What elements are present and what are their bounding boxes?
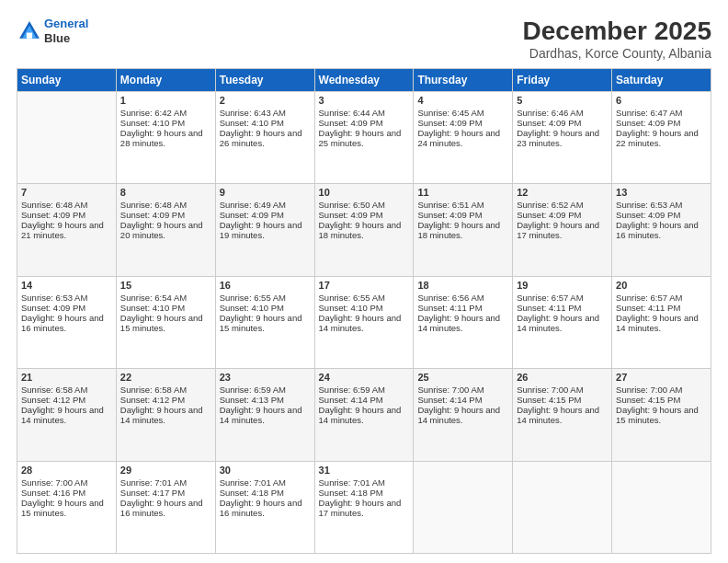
header: General Blue December 2025 Dardhas, Korc…: [17, 17, 711, 61]
sunrise-text: Sunrise: 7:01 AM: [220, 477, 286, 488]
calendar-week-row: 1 Sunrise: 6:42 AM Sunset: 4:10 PM Dayli…: [17, 92, 711, 184]
col-header-saturday: Saturday: [612, 69, 711, 92]
daylight-text: Daylight: 9 hours and 17 minutes.: [319, 498, 402, 518]
day-number: 22: [120, 372, 211, 383]
calendar-cell: 24 Sunrise: 6:59 AM Sunset: 4:14 PM Dayl…: [314, 369, 414, 461]
daylight-text: Daylight: 9 hours and 15 minutes.: [21, 498, 104, 518]
sunset-text: Sunset: 4:10 PM: [220, 118, 284, 128]
sunrise-text: Sunrise: 7:01 AM: [120, 477, 187, 488]
calendar-cell: 12 Sunrise: 6:52 AM Sunset: 4:09 PM Dayl…: [513, 184, 612, 276]
sunrise-text: Sunrise: 6:59 AM: [319, 385, 385, 395]
calendar-cell: 27 Sunrise: 7:00 AM Sunset: 4:15 PM Dayl…: [612, 369, 711, 461]
sunset-text: Sunset: 4:09 PM: [21, 210, 85, 220]
calendar-week-row: 14 Sunrise: 6:53 AM Sunset: 4:09 PM Dayl…: [17, 276, 711, 368]
day-number: 29: [120, 465, 211, 476]
sunrise-text: Sunrise: 6:53 AM: [21, 293, 87, 303]
calendar-cell: 30 Sunrise: 7:01 AM Sunset: 4:18 PM Dayl…: [215, 461, 314, 553]
sunrise-text: Sunrise: 6:56 AM: [417, 293, 483, 303]
sunrise-text: Sunrise: 6:57 AM: [517, 293, 583, 303]
sunset-text: Sunset: 4:09 PM: [616, 118, 680, 128]
sunrise-text: Sunrise: 7:00 AM: [417, 385, 483, 395]
calendar-cell: 14 Sunrise: 6:53 AM Sunset: 4:09 PM Dayl…: [17, 276, 117, 368]
daylight-text: Daylight: 9 hours and 14 minutes.: [220, 405, 302, 425]
sunset-text: Sunset: 4:09 PM: [319, 118, 383, 128]
day-number: 19: [517, 280, 608, 291]
day-number: 26: [517, 372, 608, 383]
daylight-text: Daylight: 9 hours and 14 minutes.: [517, 313, 599, 333]
calendar-cell: 16 Sunrise: 6:55 AM Sunset: 4:10 PM Dayl…: [215, 276, 314, 368]
sunset-text: Sunset: 4:09 PM: [220, 210, 284, 220]
col-header-wednesday: Wednesday: [314, 69, 414, 92]
daylight-text: Daylight: 9 hours and 22 minutes.: [616, 128, 699, 148]
sunrise-text: Sunrise: 6:46 AM: [517, 108, 583, 118]
calendar-cell: 22 Sunrise: 6:58 AM Sunset: 4:12 PM Dayl…: [116, 369, 215, 461]
sunrise-text: Sunrise: 6:48 AM: [21, 200, 87, 210]
sunrise-text: Sunrise: 6:58 AM: [21, 385, 87, 395]
sunrise-text: Sunrise: 6:51 AM: [417, 200, 483, 210]
calendar-header-row: SundayMondayTuesdayWednesdayThursdayFrid…: [17, 69, 711, 92]
sunrise-text: Sunrise: 6:55 AM: [220, 293, 286, 303]
sunset-text: Sunset: 4:18 PM: [319, 488, 383, 498]
daylight-text: Daylight: 9 hours and 16 minutes.: [120, 498, 203, 518]
calendar-week-row: 7 Sunrise: 6:48 AM Sunset: 4:09 PM Dayli…: [17, 184, 711, 276]
sub-title: Dardhas, Korce County, Albania: [523, 46, 711, 61]
calendar-cell: 11 Sunrise: 6:51 AM Sunset: 4:09 PM Dayl…: [414, 184, 513, 276]
sunset-text: Sunset: 4:11 PM: [517, 303, 581, 313]
sunrise-text: Sunrise: 6:58 AM: [120, 385, 187, 395]
sunset-text: Sunset: 4:10 PM: [120, 303, 185, 313]
col-header-friday: Friday: [513, 69, 612, 92]
calendar-cell: 19 Sunrise: 6:57 AM Sunset: 4:11 PM Dayl…: [513, 276, 612, 368]
daylight-text: Daylight: 9 hours and 23 minutes.: [517, 128, 599, 148]
sunset-text: Sunset: 4:09 PM: [616, 210, 680, 220]
daylight-text: Daylight: 9 hours and 26 minutes.: [220, 128, 302, 148]
day-number: 10: [319, 187, 410, 198]
sunset-text: Sunset: 4:10 PM: [220, 303, 284, 313]
col-header-monday: Monday: [116, 69, 215, 92]
day-number: 17: [319, 280, 410, 291]
daylight-text: Daylight: 9 hours and 16 minutes.: [220, 498, 302, 518]
sunset-text: Sunset: 4:10 PM: [120, 118, 185, 128]
sunrise-text: Sunrise: 6:44 AM: [319, 108, 385, 118]
sunset-text: Sunset: 4:15 PM: [517, 395, 581, 405]
sunset-text: Sunset: 4:16 PM: [21, 488, 85, 498]
day-number: 1: [120, 95, 211, 106]
sunset-text: Sunset: 4:17 PM: [120, 488, 185, 498]
sunset-text: Sunset: 4:09 PM: [517, 118, 581, 128]
col-header-sunday: Sunday: [17, 69, 117, 92]
daylight-text: Daylight: 9 hours and 28 minutes.: [120, 128, 203, 148]
calendar-cell: 29 Sunrise: 7:01 AM Sunset: 4:17 PM Dayl…: [116, 461, 215, 553]
logo-text: General Blue: [44, 17, 88, 45]
day-number: 21: [21, 372, 112, 383]
logo-line2: Blue: [44, 31, 88, 46]
sunrise-text: Sunrise: 6:59 AM: [220, 385, 286, 395]
calendar-cell: 10 Sunrise: 6:50 AM Sunset: 4:09 PM Dayl…: [314, 184, 414, 276]
daylight-text: Daylight: 9 hours and 18 minutes.: [319, 220, 402, 240]
calendar-cell: 25 Sunrise: 7:00 AM Sunset: 4:14 PM Dayl…: [414, 369, 513, 461]
daylight-text: Daylight: 9 hours and 14 minutes.: [319, 405, 402, 425]
day-number: 9: [220, 187, 311, 198]
calendar-cell: 31 Sunrise: 7:01 AM Sunset: 4:18 PM Dayl…: [314, 461, 414, 553]
day-number: 4: [417, 95, 508, 106]
calendar-cell: 5 Sunrise: 6:46 AM Sunset: 4:09 PM Dayli…: [513, 92, 612, 184]
sunrise-text: Sunrise: 7:00 AM: [517, 385, 583, 395]
calendar-cell: [612, 461, 711, 553]
sunset-text: Sunset: 4:14 PM: [319, 395, 383, 405]
sunrise-text: Sunrise: 6:57 AM: [616, 293, 682, 303]
day-number: 31: [319, 465, 410, 476]
daylight-text: Daylight: 9 hours and 14 minutes.: [319, 313, 402, 333]
sunset-text: Sunset: 4:09 PM: [517, 210, 581, 220]
sunrise-text: Sunrise: 6:54 AM: [120, 293, 187, 303]
daylight-text: Daylight: 9 hours and 14 minutes.: [517, 405, 599, 425]
sunset-text: Sunset: 4:09 PM: [120, 210, 185, 220]
daylight-text: Daylight: 9 hours and 14 minutes.: [21, 405, 104, 425]
calendar-cell: 4 Sunrise: 6:45 AM Sunset: 4:09 PM Dayli…: [414, 92, 513, 184]
day-number: 6: [616, 95, 707, 106]
calendar-week-row: 28 Sunrise: 7:00 AM Sunset: 4:16 PM Dayl…: [17, 461, 711, 553]
sunrise-text: Sunrise: 7:00 AM: [616, 385, 682, 395]
title-block: December 2025 Dardhas, Korce County, Alb…: [523, 17, 711, 61]
calendar-cell: 20 Sunrise: 6:57 AM Sunset: 4:11 PM Dayl…: [612, 276, 711, 368]
day-number: 23: [220, 372, 311, 383]
day-number: 2: [220, 95, 311, 106]
sunset-text: Sunset: 4:18 PM: [220, 488, 284, 498]
calendar-cell: 13 Sunrise: 6:53 AM Sunset: 4:09 PM Dayl…: [612, 184, 711, 276]
